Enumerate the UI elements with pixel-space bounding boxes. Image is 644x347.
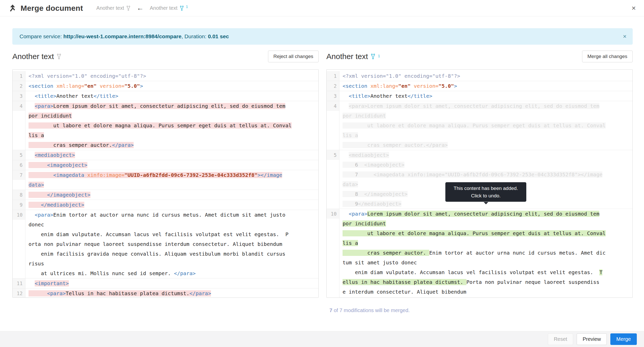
code-line-content: 7 <imagedata xinfo:image="UUID-a6fb2fdd-… [339, 170, 632, 179]
line-number: 3 [13, 91, 25, 101]
code-segment: </mediaobject> [358, 201, 401, 207]
code-segment[interactable]: data> [29, 182, 44, 188]
code-segment[interactable]: <para> [35, 103, 53, 109]
close-icon[interactable]: × [632, 5, 636, 12]
code-segment[interactable]: Tellus in hac habitasse platea dictumst. [66, 290, 190, 296]
code-line-content: cras semper auctor. Enim tortor at aucto… [339, 248, 632, 258]
code-line: 6 <imageobject> [327, 160, 632, 170]
code-line: 6 <imageobject> [13, 160, 318, 170]
code-segment[interactable]: lis a [29, 132, 44, 138]
code-segment[interactable]: ></image [257, 172, 282, 178]
right-panel: Another text 1 Merge all changes 1<?xml … [326, 49, 633, 313]
code-line: donec [13, 220, 318, 229]
line-number: 12 [13, 288, 25, 298]
code-segment[interactable] [29, 172, 53, 178]
code-segment [411, 83, 414, 89]
code-segment[interactable] [29, 202, 41, 208]
line-number: 11 [13, 278, 25, 288]
preview-button[interactable]: Preview [577, 333, 607, 345]
code-segment: "5.0" [124, 83, 140, 89]
code-segment[interactable]: xinfo:image= [87, 172, 125, 178]
code-line: cras semper auctor. Enim tortor at aucto… [327, 248, 632, 258]
code-segment: <section [29, 83, 53, 89]
merge-columns: Another text Reject all changes 1<?xml v… [0, 49, 644, 313]
code-segment[interactable]: lis a [343, 240, 358, 246]
code-segment[interactable]: <imagedata [53, 172, 87, 178]
code-line-content: cras semper auctor.</para> [25, 140, 318, 150]
code-segment[interactable]: Lorem ipsum dolor sit amet, consectetur … [367, 211, 599, 217]
code-segment[interactable]: </para> [112, 142, 134, 148]
code-line-content: <mediaobject> [339, 150, 632, 160]
code-line-content: por incididunt [339, 219, 632, 228]
reset-button[interactable]: Reset [548, 333, 573, 345]
code-line: 9 </mediaobject> [13, 200, 318, 210]
code-segment[interactable]: Lorem ipsum dolor sit amet, consectetur … [53, 103, 285, 109]
code-line-content: <imagedata xinfo:image="UUID-a6fb2fdd-09… [25, 170, 318, 180]
code-segment[interactable]: </para> [189, 290, 211, 296]
code-segment[interactable] [29, 192, 47, 198]
code-line-content: enim facilisis gravida neque convallis. … [25, 249, 318, 259]
code-line-content: </mediaobject> [25, 200, 318, 210]
merge-all-changes-button[interactable]: Merge all changes [582, 51, 633, 62]
line-number: 10 [13, 210, 25, 220]
code-segment[interactable]: ut labore et dolore magna aliqua. Purus … [29, 122, 292, 129]
code-line-content: <imageobject> [25, 160, 318, 170]
line-number [13, 259, 25, 268]
code-line: 5 <mediaobject> [13, 150, 318, 160]
code-segment[interactable]: ut labore et dolore magna aliqua. Purus … [343, 230, 606, 236]
source-code-editor[interactable]: 1<?xml version="1.0" encoding="utf-8"?>2… [12, 69, 319, 298]
line-number: 3 [327, 91, 339, 101]
code-segment [343, 103, 349, 109]
inline-line-number: 9 [343, 201, 358, 207]
code-segment[interactable]: <mediaobject> [35, 152, 75, 158]
code-line: lis a [13, 130, 318, 140]
line-number [13, 111, 25, 121]
code-segment[interactable]: </mediaobject> [41, 202, 84, 208]
code-segment [97, 83, 100, 89]
code-segment: orta non pulvinar neque laoreet suspendi… [29, 241, 282, 247]
line-number: 2 [327, 81, 339, 91]
action-bar: Reset Preview Merge [0, 331, 644, 347]
code-line-content: ut labore et dolore magna aliqua. Purus … [25, 121, 318, 130]
code-segment[interactable]: T [599, 269, 602, 275]
code-segment: e interdum consectetur. Aliquet bibendum [343, 289, 466, 295]
code-line-content: <title>Another text</title> [339, 91, 632, 101]
breadcrumb: Another text ← Another text 1 [96, 5, 188, 12]
line-number [13, 239, 25, 249]
code-segment [29, 152, 35, 158]
code-segment[interactable] [29, 162, 47, 168]
right-panel-title: Another text 1 [326, 52, 380, 61]
merge-button[interactable]: Merge [610, 333, 637, 345]
code-segment: version= [414, 83, 438, 89]
code-segment[interactable]: por incididunt [29, 113, 72, 119]
line-number [327, 199, 339, 209]
code-segment[interactable]: </imageobject> [47, 192, 90, 198]
line-number [327, 111, 339, 121]
line-number [13, 140, 25, 150]
line-number [327, 277, 339, 287]
breadcrumb-target-doc: Another text 1 [150, 5, 188, 11]
code-segment: Porta non pulvinar neque laoreet suspend… [466, 279, 600, 285]
code-line-content: at ultrices mi. Mollis nunc sed id sempe… [25, 268, 318, 278]
code-segment [53, 83, 56, 89]
code-segment: donec [29, 221, 44, 228]
code-segment[interactable]: "UUID-a6fb2fdd-09c6-7392-253e-04c333d352… [124, 172, 257, 178]
code-line: orta non pulvinar neque laoreet suspendi… [13, 239, 318, 249]
code-segment: xml:lang= [56, 83, 84, 89]
code-segment[interactable]: <para> [47, 290, 66, 296]
code-line-content: cras semper auctor.</para> [339, 140, 632, 150]
code-segment[interactable]: <imageobject> [47, 162, 87, 168]
code-segment[interactable]: cras semper auctor. [343, 250, 429, 256]
code-segment[interactable]: ellus in hac habitasse platea dictumst. [343, 279, 466, 285]
code-segment[interactable] [29, 290, 47, 296]
code-segment[interactable]: <important> [35, 280, 69, 286]
code-segment: risus [29, 261, 44, 267]
code-line: ut labore et dolore magna aliqua. Purus … [327, 121, 632, 130]
banner-close-icon[interactable]: × [623, 33, 627, 40]
code-segment: </para> [426, 142, 448, 148]
code-segment: ></image [578, 171, 602, 178]
code-segment[interactable]: cras semper auctor. [29, 142, 112, 148]
reject-all-changes-button[interactable]: Reject all changes [268, 51, 319, 62]
code-segment[interactable]: por incididunt [343, 220, 386, 227]
branch-icon [57, 53, 61, 60]
